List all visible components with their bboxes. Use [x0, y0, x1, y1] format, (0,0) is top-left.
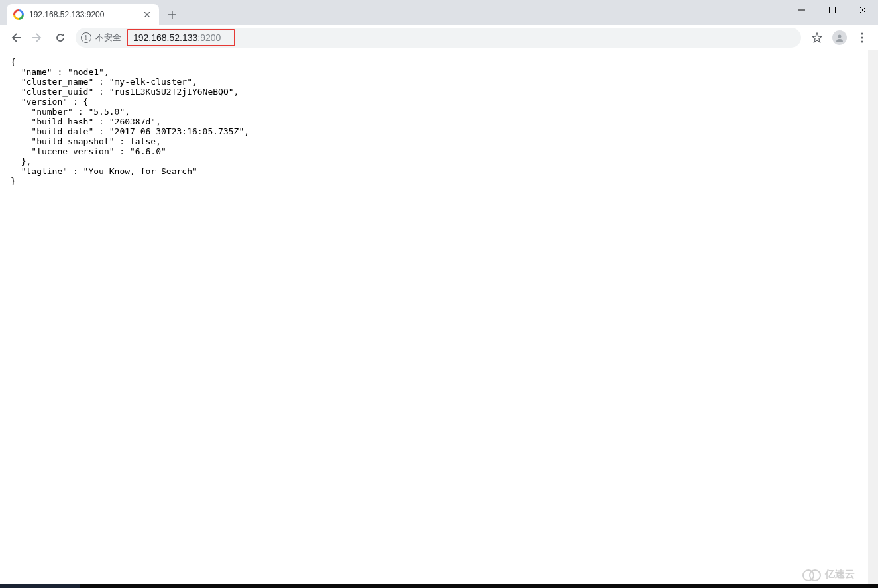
back-button[interactable] [5, 28, 25, 48]
browser-window: 192.168.52.133:9200 [0, 0, 878, 588]
json-key: cluster_name [26, 77, 88, 87]
taskbar-edge [0, 584, 878, 588]
json-val: 5.5.0 [93, 107, 119, 117]
bookmark-button[interactable] [806, 27, 828, 48]
tab-active[interactable]: 192.168.52.133:9200 [7, 4, 159, 25]
json-key: tagline [26, 166, 62, 176]
json-val: false [130, 136, 156, 146]
svg-point-1 [838, 34, 842, 38]
json-val: node1 [73, 67, 99, 77]
plus-icon [168, 11, 176, 19]
new-tab-button[interactable] [163, 5, 182, 24]
json-key: build_date [36, 126, 88, 136]
url-highlight-annotation: 192.168.52.133:9200 [127, 29, 235, 46]
profile-button[interactable] [829, 27, 850, 48]
json-key: build_hash [36, 117, 88, 126]
toolbar: i 不安全 192.168.52.133:9200 [0, 25, 878, 50]
svg-point-3 [861, 36, 863, 38]
json-val: You Know, for Search [88, 166, 192, 176]
arrow-right-icon [32, 32, 43, 43]
favicon-icon [13, 9, 24, 20]
titlebar: 192.168.52.133:9200 [0, 0, 878, 25]
json-key: version [26, 97, 62, 107]
reload-icon [55, 32, 66, 43]
json-key: cluster_uuid [26, 87, 88, 97]
star-icon [812, 32, 822, 43]
json-val: 2017-06-30T23:16:05.735Z [115, 126, 239, 136]
minimize-button[interactable] [787, 0, 817, 20]
json-val: my-elk-cluster [115, 77, 188, 87]
json-key: build_snapshot [36, 136, 109, 146]
url-host: 192.168.52.133 [133, 32, 197, 43]
window-controls [787, 0, 878, 20]
minimize-icon [798, 7, 805, 13]
maximize-icon [829, 7, 836, 13]
svg-point-4 [861, 40, 863, 42]
json-val: 6.6.0 [135, 146, 161, 156]
json-key: lucene_version [36, 146, 109, 156]
json-val: rus1L3KuSU2T2jIY6NeBQQ [115, 87, 229, 97]
url-text: 192.168.52.133:9200 [133, 32, 221, 43]
watermark-text: 亿速云 [825, 569, 855, 579]
avatar-icon [832, 30, 847, 45]
json-key: name [26, 67, 46, 77]
reload-button[interactable] [50, 28, 70, 48]
page-content: { "name" : "node1", "cluster_name" : "my… [0, 50, 878, 588]
address-bar[interactable]: i 不安全 192.168.52.133:9200 [76, 28, 801, 48]
json-val: 260387d [115, 117, 151, 126]
close-tab-button[interactable] [142, 9, 152, 20]
tabs-row: 192.168.52.133:9200 [0, 0, 182, 25]
close-window-button[interactable] [848, 0, 878, 20]
toolbar-right [806, 27, 873, 48]
json-key: number [36, 107, 68, 117]
maximize-button[interactable] [817, 0, 848, 20]
forward-button[interactable] [28, 28, 48, 48]
close-icon [144, 12, 150, 17]
url-port: :9200 [197, 32, 221, 43]
svg-point-2 [861, 32, 863, 34]
menu-button[interactable] [851, 27, 873, 48]
info-icon: i [81, 32, 91, 43]
svg-rect-0 [830, 7, 836, 13]
watermark-logo-icon [802, 568, 821, 580]
watermark: 亿速云 [802, 568, 855, 580]
arrow-left-icon [10, 32, 21, 43]
close-icon [859, 7, 866, 13]
site-info[interactable]: i 不安全 [81, 32, 125, 44]
security-label: 不安全 [95, 32, 121, 44]
kebab-icon [861, 32, 863, 43]
tab-title: 192.168.52.133:9200 [29, 10, 142, 19]
